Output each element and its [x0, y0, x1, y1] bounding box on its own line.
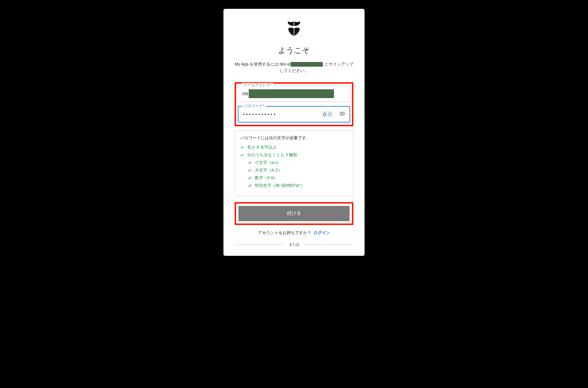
- login-link[interactable]: ログイン: [314, 230, 330, 235]
- requirements-heading: パスワードには次の文字が必要です。: [240, 135, 348, 141]
- divider-label: または: [289, 242, 299, 247]
- shield-logo-icon: [287, 21, 301, 36]
- check-icon: [248, 184, 252, 188]
- check-icon: [240, 153, 244, 157]
- requirement-text: 数字（0-9）: [255, 175, 277, 181]
- redacted-email: [249, 89, 334, 98]
- password-icons: [321, 110, 345, 118]
- email-label: メールアドレス*: [242, 83, 273, 87]
- divider: または: [235, 242, 353, 247]
- svg-point-2: [341, 113, 343, 114]
- requirement-text: 小文字（a-z）: [255, 160, 281, 165]
- check-icon: [248, 168, 252, 172]
- requirement-text: 特別文字（例 !@#$%^&*）: [255, 183, 305, 188]
- subtitle: My App を使用するには dev-a にサインアップしてください。: [235, 61, 353, 74]
- continue-button[interactable]: 続ける: [238, 206, 350, 221]
- password-requirements: パスワードには次の文字が必要です。 長さ 8 文字以上次のうち少なくとも 3 種…: [235, 130, 353, 196]
- highlight-continue: 続ける: [235, 202, 353, 225]
- page-title: ようこそ: [235, 45, 353, 56]
- logo-container: [235, 21, 353, 36]
- requirement-item: 大文字（A-Z）: [240, 168, 348, 173]
- login-prompt-text: アカウントをお持ちですか？: [258, 230, 311, 235]
- check-icon: [248, 176, 252, 180]
- email-field[interactable]: メールアドレス* nis: [238, 85, 350, 102]
- requirement-text: 長さ 8 文字以上: [247, 145, 277, 150]
- redacted-tenant: [290, 62, 323, 67]
- requirements-list: 長さ 8 文字以上次のうち少なくとも 3 種類：小文字（a-z）大文字（A-Z）…: [240, 145, 348, 188]
- requirement-text: 大文字（A-Z）: [255, 168, 282, 173]
- requirement-item: 小文字（a-z）: [240, 160, 348, 165]
- requirement-item: 数字（0-9）: [240, 175, 348, 181]
- eye-icon: [339, 110, 345, 117]
- svg-rect-1: [330, 113, 330, 115]
- password-manager-pill[interactable]: [321, 111, 334, 117]
- onepassword-icon: [328, 112, 332, 116]
- password-label: パスワード*: [242, 104, 266, 108]
- lock-icon: [323, 112, 327, 116]
- toggle-password-visibility[interactable]: [339, 110, 345, 118]
- check-icon: [248, 161, 252, 165]
- requirement-item: 長さ 8 文字以上: [240, 145, 348, 150]
- subtitle-pre: My App を使用するには dev-a: [235, 62, 290, 66]
- highlight-inputs: メールアドレス* nis パスワード* •••••••••••: [235, 82, 353, 126]
- requirement-item: 次のうち少なくとも 3 種類：: [240, 152, 348, 158]
- email-value-prefix: nis: [242, 91, 248, 96]
- password-field[interactable]: パスワード* •••••••••••: [238, 106, 350, 122]
- login-prompt-row: アカウントをお持ちですか？ ログイン: [235, 230, 353, 236]
- check-icon: [240, 145, 244, 150]
- password-masked: •••••••••••: [243, 112, 321, 117]
- requirement-text: 次のうち少なくとも 3 種類：: [247, 152, 301, 158]
- requirement-item: 特別文字（例 !@#$%^&*）: [240, 183, 348, 188]
- signup-card: ようこそ My App を使用するには dev-a にサインアップしてください。…: [223, 9, 365, 256]
